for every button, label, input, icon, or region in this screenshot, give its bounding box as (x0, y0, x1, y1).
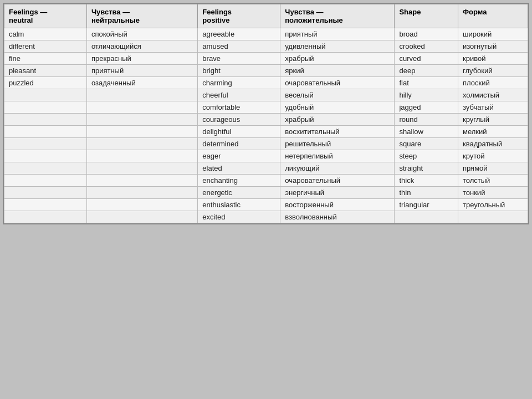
table-cell (86, 175, 197, 187)
table-cell: восторженный (280, 199, 395, 211)
table-cell: квадратный (458, 138, 528, 150)
table-cell: pleasant (4, 65, 87, 77)
table-row: enchantingочаровательныйthickтолстый (4, 175, 528, 187)
table-cell (86, 114, 197, 126)
table-cell (86, 162, 197, 175)
table-cell (86, 126, 197, 138)
table-row: excitedвзволнованный (4, 211, 528, 223)
table-row: energeticэнергичныйthinтонкий (4, 187, 528, 199)
table-row: elatedликующийstraightпрямой (4, 162, 528, 175)
table-row: cheerfulвеселыйhillyхолмистый (4, 89, 528, 101)
table-cell: спокойный (86, 28, 197, 40)
table-cell: deep (395, 65, 458, 77)
main-table-wrapper: Feelings — neutral Чувства — нейтральные… (3, 3, 529, 224)
table-row: pleasantприятныйbrightяркийdeepглубокий (4, 65, 528, 77)
table-cell: широкий (458, 28, 528, 40)
table-cell: thick (395, 175, 458, 187)
table-cell (86, 150, 197, 162)
table-cell: charming (198, 77, 280, 89)
table-row: delightfulвосхитительныйshallowмелкий (4, 126, 528, 138)
table-cell: храбрый (280, 114, 395, 126)
table-cell: delightful (198, 126, 280, 138)
table-cell: brave (198, 53, 280, 65)
table-cell: shallow (395, 126, 458, 138)
table-cell: крутой (458, 150, 528, 162)
table-cell: straight (395, 162, 458, 175)
table-cell: elated (198, 162, 280, 175)
table-cell: agreeable (198, 28, 280, 40)
table-body: calmспокойныйagreeableприятныйbroadширок… (4, 28, 528, 223)
table-cell: calm (4, 28, 87, 40)
table-cell: тонкий (458, 187, 528, 199)
table-cell: плоский (458, 77, 528, 89)
table-row: eagerнетерпеливыйsteepкрутой (4, 150, 528, 162)
table-cell (4, 138, 87, 150)
table-cell: fine (4, 53, 87, 65)
table-row: puzzledозадаченныйcharmingочаровательный… (4, 77, 528, 89)
header-feelings-neutral: Feelings — neutral (4, 4, 87, 28)
table-cell: triangular (395, 199, 458, 211)
table-cell (86, 138, 197, 150)
table-cell: удивленный (280, 40, 395, 53)
table-cell: прямой (458, 162, 528, 175)
table-cell (4, 199, 87, 211)
table-cell: flat (395, 77, 458, 89)
table-cell (4, 89, 87, 101)
table-cell (4, 162, 87, 175)
table-cell: broad (395, 28, 458, 40)
table-cell: решительный (280, 138, 395, 150)
table-row: enthusiasticвосторженныйtriangularтреуго… (4, 199, 528, 211)
table-cell (86, 89, 197, 101)
table-cell: храбрый (280, 53, 395, 65)
table-cell (86, 199, 197, 211)
table-cell: jagged (395, 101, 458, 114)
header-row: Feelings — neutral Чувства — нейтральные… (4, 4, 528, 28)
table-row: comfortableудобныйjaggedзубчатый (4, 101, 528, 114)
table-row: fineпрекрасныйbraveхрабрыйcurvedкривой (4, 53, 528, 65)
header-feelings-positive: Feelings positive (198, 4, 280, 28)
table-cell: толстый (458, 175, 528, 187)
table-cell: amused (198, 40, 280, 53)
table-cell: steep (395, 150, 458, 162)
table-cell: кривой (458, 53, 528, 65)
table-cell: crooked (395, 40, 458, 53)
table-row: courageousхрабрыйroundкруглый (4, 114, 528, 126)
table-cell: очаровательный (280, 77, 395, 89)
table-cell: bright (198, 65, 280, 77)
table-cell: courageous (198, 114, 280, 126)
table-cell: круглый (458, 114, 528, 126)
table-cell: отличающийся (86, 40, 197, 53)
table-cell (86, 101, 197, 114)
header-chuvstva-positive: Чувства — положительные (280, 4, 395, 28)
table-cell: cheerful (198, 89, 280, 101)
header-shape: Shape (395, 4, 458, 28)
table-row: differentотличающийсяamusedудивленныйcro… (4, 40, 528, 53)
table-cell: ликующий (280, 162, 395, 175)
table-cell (458, 211, 528, 223)
table-cell: треугольный (458, 199, 528, 211)
header-chuvstva-neutral: Чувства — нейтральные (86, 4, 197, 28)
table-cell: thin (395, 187, 458, 199)
table-cell: determined (198, 138, 280, 150)
table-cell (4, 187, 87, 199)
table-cell (4, 211, 87, 223)
table-cell: зубчатый (458, 101, 528, 114)
table-cell: hilly (395, 89, 458, 101)
table-cell (4, 175, 87, 187)
table-cell: eager (198, 150, 280, 162)
table-cell: excited (198, 211, 280, 223)
table-cell: веселый (280, 89, 395, 101)
table-cell (4, 150, 87, 162)
table-cell: очаровательный (280, 175, 395, 187)
table-cell: энергичный (280, 187, 395, 199)
table-cell (86, 211, 197, 223)
table-row: calmспокойныйagreeableприятныйbroadширок… (4, 28, 528, 40)
table-cell: square (395, 138, 458, 150)
table-cell: curved (395, 53, 458, 65)
table-cell: мелкий (458, 126, 528, 138)
table-row: determinedрешительныйsquareквадратный (4, 138, 528, 150)
table-cell: прекрасный (86, 53, 197, 65)
table-cell: enchanting (198, 175, 280, 187)
table-cell: puzzled (4, 77, 87, 89)
table-cell: приятный (280, 28, 395, 40)
